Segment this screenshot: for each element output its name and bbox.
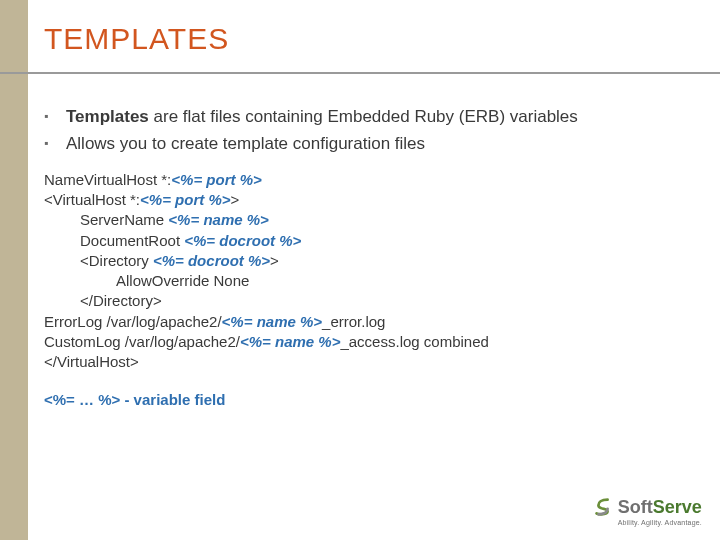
bullet-strong: Templates <box>66 107 149 126</box>
content-area: Templates are flat files containing Embe… <box>44 106 684 411</box>
code-text: _access.log combined <box>340 333 488 350</box>
code-text: ErrorLog /var/log/apache2/ <box>44 313 222 330</box>
logo-wordmark: SoftServe <box>618 498 702 516</box>
logo-s-icon <box>592 496 614 518</box>
erb-variable: <%= name %> <box>168 211 268 228</box>
code-line: ErrorLog /var/log/apache2/<%= name %>_er… <box>44 312 684 332</box>
code-text: ServerName <box>80 211 168 228</box>
code-line: DocumentRoot <%= docroot %> <box>44 231 684 251</box>
code-text: <Directory <box>80 252 153 269</box>
erb-variable: <%= port %> <box>140 191 230 208</box>
code-text: _error.log <box>322 313 385 330</box>
erb-variable: <%= docroot %> <box>184 232 301 249</box>
code-line: ServerName <%= name %> <box>44 210 684 230</box>
erb-variable: <%= name %> <box>222 313 322 330</box>
code-text: </Directory> <box>80 292 162 309</box>
legend-text: <%= … %> - variable field <box>44 390 684 410</box>
code-text: AllowOverride None <box>116 272 249 289</box>
bullet-item: Templates are flat files containing Embe… <box>44 106 684 129</box>
bullet-text: are flat files containing Embedded Ruby … <box>149 107 578 126</box>
bullet-list: Templates are flat files containing Embe… <box>44 106 684 156</box>
code-text: </VirtualHost> <box>44 353 139 370</box>
code-block: NameVirtualHost *:<%= port %> <VirtualHo… <box>44 170 684 373</box>
logo-word-b: Serve <box>653 497 702 517</box>
left-accent-stripe <box>0 0 28 540</box>
code-line: </VirtualHost> <box>44 352 684 372</box>
code-line: NameVirtualHost *:<%= port %> <box>44 170 684 190</box>
code-text: NameVirtualHost *: <box>44 171 171 188</box>
title-underline <box>0 72 720 74</box>
code-line: AllowOverride None <box>44 271 684 291</box>
brand-logo: SoftServe Ability. Agility. Advantage. <box>592 496 702 526</box>
code-line: CustomLog /var/log/apache2/<%= name %>_a… <box>44 332 684 352</box>
code-text: CustomLog /var/log/apache2/ <box>44 333 240 350</box>
code-text: > <box>230 191 239 208</box>
bullet-text: Allows you to create template configurat… <box>66 134 425 153</box>
erb-variable: <%= name %> <box>240 333 340 350</box>
code-text: <VirtualHost *: <box>44 191 140 208</box>
logo-tagline: Ability. Agility. Advantage. <box>618 519 702 526</box>
code-text: DocumentRoot <box>80 232 184 249</box>
page-title: TEMPLATES <box>44 22 229 56</box>
erb-variable: <%= docroot %> <box>153 252 270 269</box>
code-text: > <box>270 252 279 269</box>
logo-word-a: Soft <box>618 497 653 517</box>
bullet-item: Allows you to create template configurat… <box>44 133 684 156</box>
code-line: <VirtualHost *:<%= port %>> <box>44 190 684 210</box>
erb-variable: <%= port %> <box>171 171 261 188</box>
code-line: </Directory> <box>44 291 684 311</box>
code-line: <Directory <%= docroot %>> <box>44 251 684 271</box>
